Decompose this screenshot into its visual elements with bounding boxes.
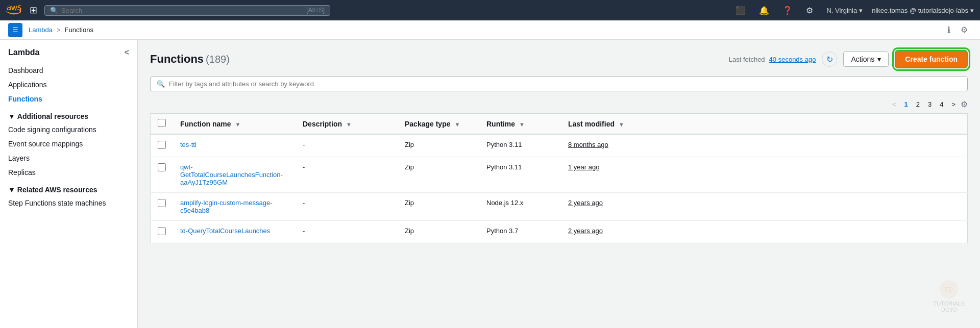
content-search-bar[interactable]: 🔍 xyxy=(150,77,968,91)
row-2-description: - xyxy=(303,199,305,207)
row-2-last-modified: 2 years ago xyxy=(568,199,603,207)
info-icon[interactable]: ℹ xyxy=(943,25,954,35)
sidebar-item-event-source[interactable]: Event source mappings xyxy=(0,137,137,151)
row-0-pkg-cell: Zip xyxy=(398,134,479,157)
settings-icon[interactable]: ⚙ xyxy=(802,6,817,15)
sidebar-item-applications[interactable]: Applications xyxy=(0,78,137,92)
sidebar-item-step-functions[interactable]: Step Functions state machines xyxy=(0,196,137,210)
header-package-type: Package type ▼ xyxy=(398,114,479,135)
row-1-function-link[interactable]: qwt-GetTotalCourseLaunchesFunction-aaAyJ… xyxy=(180,163,283,186)
additional-resources-label: Additional resources xyxy=(17,112,88,120)
row-0-modified-cell: 8 months ago xyxy=(561,134,968,157)
row-2-checkbox[interactable] xyxy=(158,199,166,207)
region-selector[interactable]: N. Virginia ▾ xyxy=(822,7,867,14)
row-2-runtime: Node.js 12.x xyxy=(486,199,523,207)
triangle-icon: ▼ xyxy=(8,112,15,120)
pagination-row: < 1 2 3 4 > ⚙ xyxy=(150,99,968,109)
functions-table: Function name ▼ Description ▼ Package ty… xyxy=(150,113,968,243)
row-1-modified-cell: 1 year ago xyxy=(561,157,968,193)
row-0-desc-cell: - xyxy=(296,134,398,157)
row-1-runtime: Python 3.11 xyxy=(486,163,522,171)
header-package-type-label: Package type xyxy=(405,120,451,128)
row-1-runtime-cell: Python 3.11 xyxy=(479,157,561,193)
row-3-pkg-cell: Zip xyxy=(398,221,479,243)
table-row: qwt-GetTotalCourseLaunchesFunction-aaAyJ… xyxy=(151,157,968,193)
table-header: Function name ▼ Description ▼ Package ty… xyxy=(151,114,968,135)
last-fetched-time[interactable]: 40 seconds ago xyxy=(769,56,816,63)
row-3-runtime: Python 3.7 xyxy=(486,227,518,235)
row-1-checkbox[interactable] xyxy=(158,163,166,171)
actions-arrow-icon: ▾ xyxy=(877,55,881,63)
row-1-checkbox-cell xyxy=(151,157,174,193)
global-search-input[interactable] xyxy=(61,7,303,14)
main-content: Functions(189) Last fetched 40 seconds a… xyxy=(138,40,980,328)
row-1-description: - xyxy=(303,163,305,171)
header-runtime: Runtime ▼ xyxy=(479,114,561,135)
help-icon[interactable]: ❓ xyxy=(778,6,797,15)
row-2-checkbox-cell xyxy=(151,193,174,221)
nav-grid-icon[interactable]: ⊞ xyxy=(30,5,37,16)
sort-description-icon[interactable]: ▼ xyxy=(346,121,352,128)
refresh-button[interactable]: ↻ xyxy=(822,52,837,67)
actions-button[interactable]: Actions ▾ xyxy=(843,52,889,67)
pagination-page-2[interactable]: 2 xyxy=(913,99,923,109)
pagination-prev[interactable]: < xyxy=(889,99,899,109)
row-1-name-cell: qwt-GetTotalCourseLaunchesFunction-aaAyJ… xyxy=(173,157,296,193)
sidebar-item-functions[interactable]: Functions xyxy=(0,92,137,106)
bell-icon[interactable]: 🔔 xyxy=(755,6,773,15)
last-fetched-label: Last fetched xyxy=(729,56,765,63)
global-search-bar[interactable]: 🔍 [Alt+S] xyxy=(44,5,330,16)
aws-logo[interactable] xyxy=(6,5,24,16)
breadcrumb-lambda[interactable]: Lambda xyxy=(29,26,53,34)
sort-function-name-icon[interactable]: ▼ xyxy=(235,121,240,128)
sidebar-item-dashboard[interactable]: Dashboard xyxy=(0,63,137,78)
table-row: td-QueryTotalCourseLaunches - Zip Python… xyxy=(151,221,968,243)
row-3-desc-cell: - xyxy=(296,221,398,243)
create-function-button[interactable]: Create function xyxy=(895,50,968,68)
select-all-checkbox[interactable] xyxy=(158,119,166,127)
row-2-package-type: Zip xyxy=(405,199,414,207)
sidebar-item-replicas[interactable]: Replicas xyxy=(0,165,137,180)
row-2-pkg-cell: Zip xyxy=(398,193,479,221)
sidebar-item-code-signing[interactable]: Code signing configurations xyxy=(0,122,137,137)
pagination-page-1[interactable]: 1 xyxy=(901,99,911,109)
row-2-name-cell: amplify-login-custom-message-c5e4bab8 xyxy=(173,193,296,221)
table-body: tes-ttl - Zip Python 3.11 8 months ago xyxy=(151,134,968,243)
row-2-function-link[interactable]: amplify-login-custom-message-c5e4bab8 xyxy=(180,199,273,214)
row-0-function-link[interactable]: tes-ttl xyxy=(180,141,197,148)
header-runtime-label: Runtime xyxy=(486,120,515,128)
row-3-checkbox-cell xyxy=(151,221,174,243)
sort-package-type-icon[interactable]: ▼ xyxy=(454,121,460,128)
row-3-last-modified: 2 years ago xyxy=(568,227,603,235)
row-0-name-cell: tes-ttl xyxy=(173,134,296,157)
pagination-page-4[interactable]: 4 xyxy=(937,99,946,109)
sidebar-collapse-btn[interactable]: < xyxy=(125,48,129,57)
row-0-checkbox-cell xyxy=(151,134,174,157)
pagination-next[interactable]: > xyxy=(948,99,959,109)
row-3-package-type: Zip xyxy=(405,227,414,235)
row-0-last-modified: 8 months ago xyxy=(568,141,608,148)
row-3-function-link[interactable]: td-QueryTotalCourseLaunches xyxy=(180,227,270,235)
header-description-label: Description xyxy=(303,120,342,128)
column-settings-icon[interactable]: ⚙ xyxy=(961,99,968,109)
page-title-text: Functions xyxy=(150,53,204,65)
header-function-name: Function name ▼ xyxy=(173,114,296,135)
row-0-checkbox[interactable] xyxy=(158,141,166,149)
row-3-modified-cell: 2 years ago xyxy=(561,221,968,243)
hamburger-icon: ☰ xyxy=(12,26,18,34)
content-search-input[interactable] xyxy=(169,80,961,88)
sort-last-modified-icon[interactable]: ▼ xyxy=(619,121,624,128)
row-0-package-type: Zip xyxy=(405,141,414,148)
sidebar: Lambda < Dashboard Applications Function… xyxy=(0,40,138,328)
row-1-last-modified: 1 year ago xyxy=(568,163,599,171)
pagination-page-3[interactable]: 3 xyxy=(925,99,935,109)
user-menu[interactable]: nikee.tomas @ tutorialsdojo-labs ▾ xyxy=(872,7,974,14)
sidebar-item-layers[interactable]: Layers xyxy=(0,151,137,165)
row-3-checkbox[interactable] xyxy=(158,227,166,235)
sidebar-toggle[interactable]: ☰ xyxy=(8,23,22,37)
terminal-icon[interactable]: ⬛ xyxy=(731,6,750,15)
sort-runtime-icon[interactable]: ▼ xyxy=(519,121,525,128)
external-link-icon[interactable]: ⚙ xyxy=(957,25,972,35)
table-row: amplify-login-custom-message-c5e4bab8 - … xyxy=(151,193,968,221)
region-arrow: ▾ xyxy=(859,7,863,14)
